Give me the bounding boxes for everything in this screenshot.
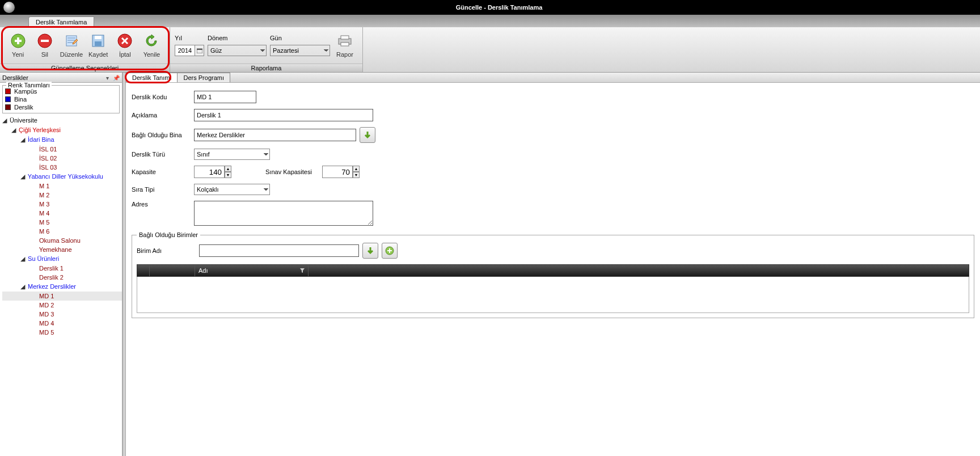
tree-node[interactable]: Yemekhane bbox=[2, 245, 122, 254]
duzenle-label: Düzenle bbox=[60, 51, 83, 58]
aciklama-label: Açıklama bbox=[132, 112, 194, 119]
yenile-button[interactable]: Yenile bbox=[138, 33, 165, 58]
tree-node[interactable]: Okuma Salonu bbox=[2, 236, 122, 245]
legend-box: Renk Tanımları KampüsBinaDerslik bbox=[2, 85, 120, 113]
tree-node[interactable]: ◢ İdari Bina bbox=[2, 135, 122, 145]
tree-node[interactable]: Derslik 1 bbox=[2, 264, 122, 273]
tree-node[interactable]: İSL 01 bbox=[2, 145, 122, 154]
kapasite-down[interactable]: ▼ bbox=[225, 172, 231, 178]
donem-combo[interactable]: Güz bbox=[208, 45, 267, 56]
tree-node[interactable]: MD 1 bbox=[2, 292, 122, 301]
bagli-bina-lookup-button[interactable] bbox=[360, 127, 375, 143]
arrow-down-icon bbox=[363, 130, 372, 140]
save-icon bbox=[90, 33, 106, 49]
svg-rect-2 bbox=[17, 37, 19, 44]
legend-label: Kampüs bbox=[14, 88, 37, 95]
sinav-down[interactable]: ▼ bbox=[353, 172, 360, 178]
sira-tipi-combo[interactable]: Kolçaklı bbox=[194, 184, 270, 195]
iptal-label: İptal bbox=[119, 51, 131, 58]
tree-node[interactable]: M 3 bbox=[2, 200, 122, 209]
birim-adi-input[interactable] bbox=[199, 244, 359, 257]
kapasite-up[interactable]: ▲ bbox=[225, 166, 231, 172]
tree-node[interactable]: ◢ Yabancı Diller Yüksekokulu bbox=[2, 172, 122, 181]
tree-node[interactable]: İSL 02 bbox=[2, 154, 122, 163]
legend-item: Derslik bbox=[5, 104, 117, 111]
yenile-label: Yenile bbox=[143, 51, 160, 58]
derslik-kodu-input[interactable] bbox=[194, 91, 256, 103]
pin-icon[interactable]: 📌 bbox=[113, 75, 120, 81]
svg-rect-4 bbox=[41, 40, 49, 42]
grid-empty-col[interactable] bbox=[150, 265, 195, 276]
subtabs: Derslik Tanımı Ders Programı bbox=[126, 73, 980, 83]
tree-node[interactable]: ◢ Merkez Derslikler bbox=[2, 282, 122, 292]
adres-input[interactable] bbox=[194, 201, 373, 226]
filter-icon[interactable] bbox=[300, 268, 305, 273]
iptal-button[interactable]: İptal bbox=[112, 33, 138, 58]
gun-combo[interactable]: Pazartesi bbox=[270, 45, 330, 56]
tree-node[interactable]: M 2 bbox=[2, 191, 122, 200]
tree-node[interactable]: M 1 bbox=[2, 181, 122, 191]
tree-node[interactable]: MD 3 bbox=[2, 310, 122, 319]
tab-derslik-tanimi[interactable]: Derslik Tanımı bbox=[126, 73, 178, 82]
tab-ders-programi[interactable]: Ders Programı bbox=[177, 73, 230, 82]
tree-node[interactable]: ◢ Çiğli Yerleşkesi bbox=[2, 125, 122, 135]
bagli-bina-input[interactable] bbox=[194, 129, 356, 141]
kaydet-button[interactable]: Kaydet bbox=[85, 33, 112, 58]
dropdown-icon[interactable]: ▾ bbox=[106, 75, 109, 81]
tree-node[interactable]: M 5 bbox=[2, 218, 122, 227]
cancel-icon bbox=[117, 33, 133, 49]
sil-label: Sil bbox=[41, 51, 48, 58]
sinav-kapasitesi-input[interactable] bbox=[322, 166, 353, 178]
tree-node[interactable]: Derslik 2 bbox=[2, 273, 122, 282]
tree-node[interactable]: İSL 03 bbox=[2, 163, 122, 172]
grid-select-col[interactable] bbox=[137, 265, 150, 276]
legend-item: Bina bbox=[5, 96, 117, 103]
ribbon-group-update-title: Güncelleme Seçenekleri bbox=[0, 64, 170, 72]
yil-input[interactable] bbox=[175, 45, 195, 56]
svg-rect-13 bbox=[341, 36, 349, 39]
edit-icon bbox=[64, 33, 79, 49]
legend-title: Renk Tanımları bbox=[6, 82, 52, 88]
rapor-button[interactable]: Rapor bbox=[332, 33, 358, 58]
duzenle-button[interactable]: Düzenle bbox=[58, 33, 85, 58]
yil-label: Yıl bbox=[175, 35, 204, 41]
calendar-icon[interactable] bbox=[195, 45, 204, 56]
sidebar-title: Derslikler bbox=[2, 74, 28, 81]
content-row: Derslikler ▾ 📌 Renk Tanımları KampüsBina… bbox=[0, 73, 980, 456]
derslik-turu-combo[interactable]: Sınıf bbox=[194, 149, 270, 160]
legend-label: Bina bbox=[14, 96, 27, 103]
tree-node[interactable]: M 4 bbox=[2, 209, 122, 218]
tree-node[interactable]: MD 4 bbox=[2, 319, 122, 328]
tree-node[interactable]: MD 5 bbox=[2, 328, 122, 337]
donem-label: Dönem bbox=[208, 35, 267, 41]
bagli-bina-label: Bağlı Olduğu Bina bbox=[132, 132, 194, 138]
aciklama-input[interactable] bbox=[194, 109, 373, 121]
yeni-label: Yeni bbox=[12, 51, 24, 58]
birimler-fieldset: Bağlı Olduğu Birimler Birim Adı Adı bbox=[132, 231, 974, 318]
tree-node[interactable]: ◢ Üniversite bbox=[2, 116, 122, 125]
yeni-button[interactable]: Yeni bbox=[5, 33, 31, 58]
birim-grid-header: Adı bbox=[137, 264, 969, 277]
kapasite-input[interactable] bbox=[194, 166, 225, 178]
legend-swatch bbox=[5, 104, 11, 110]
tree[interactable]: ◢ Üniversite◢ Çiğli Yerleşkesi◢ İdari Bi… bbox=[0, 116, 122, 456]
grid-adi-col[interactable]: Adı bbox=[195, 265, 309, 276]
birim-add-button[interactable] bbox=[382, 243, 398, 259]
birim-grid-body[interactable] bbox=[137, 277, 969, 313]
sira-tipi-label: Sıra Tipi bbox=[132, 186, 194, 193]
birimler-legend: Bağlı Olduğu Birimler bbox=[137, 231, 200, 238]
legend-swatch bbox=[5, 88, 11, 94]
derslik-turu-label: Derslik Türü bbox=[132, 151, 194, 158]
ribbon-group-update: Yeni Sil Düzenle Kaydet bbox=[0, 27, 170, 72]
app-orb-icon[interactable] bbox=[3, 2, 15, 13]
tree-node[interactable]: M 6 bbox=[2, 227, 122, 236]
legend-label: Derslik bbox=[14, 104, 33, 111]
birim-lookup-button[interactable] bbox=[362, 243, 378, 259]
document-tab[interactable]: Derslik Tanımlama bbox=[28, 16, 94, 27]
sinav-up[interactable]: ▲ bbox=[353, 166, 360, 172]
sil-button[interactable]: Sil bbox=[31, 33, 58, 58]
tree-node[interactable]: ◢ Su Ürünleri bbox=[2, 254, 122, 264]
tree-node[interactable]: MD 2 bbox=[2, 301, 122, 310]
printer-icon bbox=[337, 33, 353, 49]
refresh-icon bbox=[143, 33, 159, 49]
